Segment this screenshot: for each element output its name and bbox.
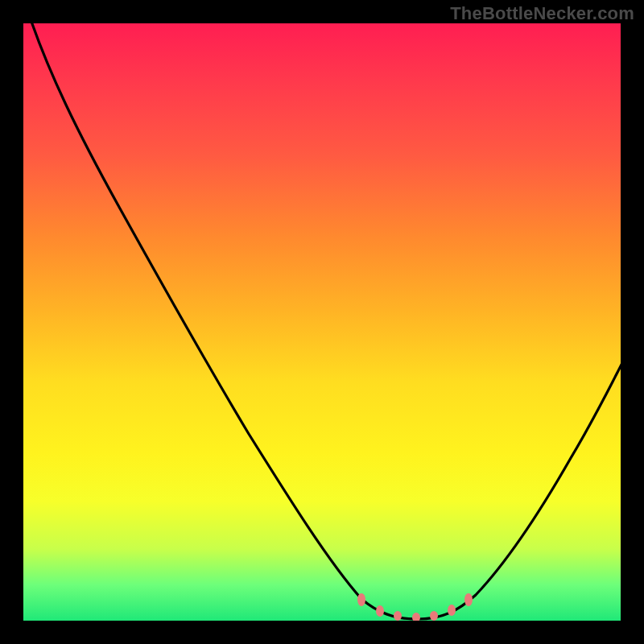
bottleneck-curve-svg xyxy=(23,23,621,621)
plot-area xyxy=(23,23,621,621)
valley-marker-dot xyxy=(464,593,473,606)
valley-marker-dot xyxy=(394,611,402,621)
watermark-text: TheBottleNecker.com xyxy=(450,3,634,24)
valley-marker-dot xyxy=(412,613,420,621)
valley-marker-dot xyxy=(430,611,438,621)
valley-marker-dot xyxy=(357,593,365,606)
valley-marker-dot xyxy=(376,605,384,617)
bottleneck-curve-path xyxy=(27,23,621,619)
valley-marker-dot xyxy=(448,605,456,616)
chart-frame: TheBottleNecker.com xyxy=(0,0,644,644)
